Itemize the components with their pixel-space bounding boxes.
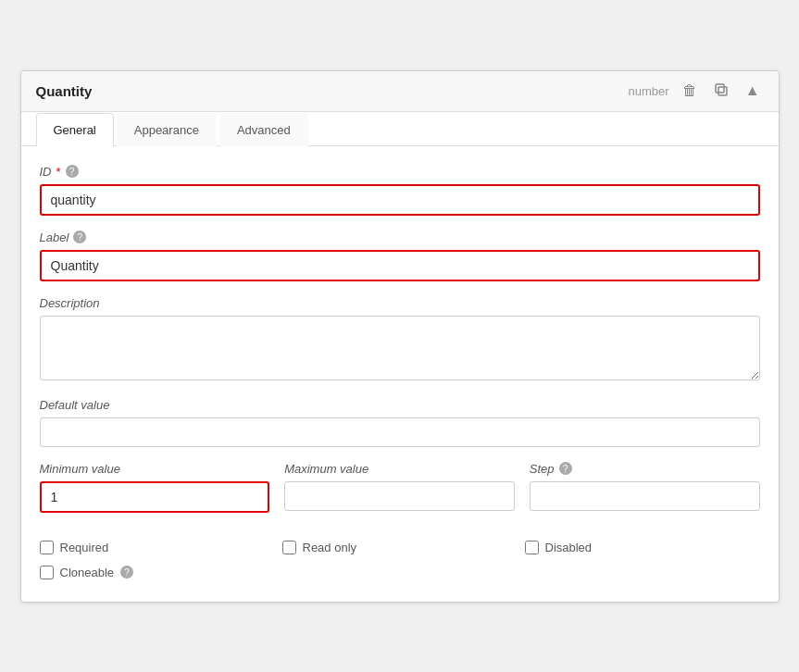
svg-rect-1 — [716, 84, 724, 93]
description-label: Description — [40, 296, 760, 310]
id-input[interactable] — [40, 184, 760, 216]
label-help-icon[interactable]: ? — [73, 230, 86, 243]
cloneable-label: Cloneable — [60, 566, 115, 579]
label-field-group: Label ? — [40, 230, 760, 281]
step-value-input[interactable] — [530, 481, 760, 511]
disabled-label: Disabled — [545, 541, 593, 554]
description-input[interactable] — [40, 316, 760, 380]
min-value-input[interactable] — [40, 481, 270, 513]
label-input[interactable] — [40, 250, 760, 281]
numeric-fields-row: Minimum value Maximum value Step ? — [40, 462, 760, 528]
readonly-checkbox-item: Read only — [282, 541, 518, 554]
default-value-input[interactable] — [40, 417, 760, 447]
disabled-checkbox-item: Disabled — [525, 541, 760, 554]
required-star: * — [56, 165, 61, 179]
cloneable-help-icon[interactable]: ? — [120, 566, 133, 579]
cloneable-checkbox[interactable] — [40, 566, 54, 579]
cloneable-row: Cloneable ? — [40, 566, 760, 579]
default-value-label: Default value — [40, 398, 760, 412]
step-help-icon[interactable]: ? — [559, 462, 572, 475]
panel-header: Quantity number 🗑 ▲ — [21, 71, 779, 112]
svg-rect-0 — [718, 87, 727, 95]
header-actions: number 🗑 ▲ — [629, 81, 764, 102]
tab-appearance[interactable]: Appearance — [117, 113, 217, 146]
max-label: Maximum value — [284, 462, 515, 476]
default-value-group: Default value — [40, 398, 760, 447]
panel-title: Quantity — [36, 83, 93, 99]
tab-advanced[interactable]: Advanced — [219, 113, 308, 146]
required-checkbox[interactable] — [40, 541, 54, 554]
delete-button[interactable]: 🗑 — [679, 81, 701, 100]
required-label: Required — [60, 541, 109, 554]
panel-content: ID* ? Label ? Description Default value — [21, 146, 779, 602]
type-label: number — [629, 84, 669, 98]
min-label: Minimum value — [40, 462, 270, 476]
id-label: ID* ? — [40, 165, 760, 179]
max-value-input[interactable] — [284, 481, 515, 511]
description-field-group: Description — [40, 296, 760, 383]
step-value-group: Step ? — [530, 462, 760, 513]
collapse-button[interactable]: ▲ — [742, 81, 764, 100]
property-panel: Quantity number 🗑 ▲ General Appearance A… — [20, 70, 780, 603]
required-checkbox-item: Required — [40, 541, 275, 554]
copy-button[interactable] — [710, 81, 732, 102]
min-value-group: Minimum value — [40, 462, 270, 513]
checkboxes-row: Required Read only Disabled — [40, 541, 760, 554]
readonly-label: Read only — [303, 541, 357, 554]
tabs-container: General Appearance Advanced — [21, 112, 779, 146]
tab-general[interactable]: General — [36, 113, 114, 146]
disabled-checkbox[interactable] — [525, 541, 539, 554]
id-help-icon[interactable]: ? — [66, 165, 79, 178]
label-label: Label ? — [40, 230, 760, 244]
readonly-checkbox[interactable] — [282, 541, 296, 554]
max-value-group: Maximum value — [284, 462, 515, 513]
id-field-group: ID* ? — [40, 165, 760, 216]
step-label: Step ? — [530, 462, 760, 476]
